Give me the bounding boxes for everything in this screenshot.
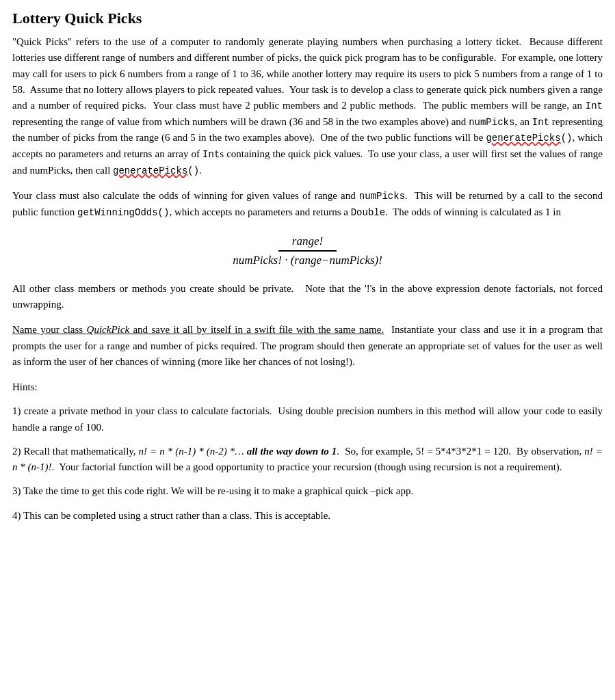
after-formula-paragraph: All other class members or methods you c…: [12, 281, 603, 313]
hint2: 2) Recall that mathematically, n! = n * …: [12, 444, 603, 476]
page-title: Lottery Quick Picks: [12, 10, 603, 27]
formula-numerator: range!: [278, 234, 337, 252]
intro-paragraph: "Quick Picks" refers to the use of a com…: [12, 34, 603, 178]
name-class-paragraph: Name your class QuickPick and save it al…: [12, 322, 603, 370]
hint3: 3) Take the time to get this code right.…: [12, 483, 603, 499]
hints-section: Hints: 1) create a private method in you…: [12, 379, 603, 524]
formula-denominator: numPicks! · (range−numPicks)!: [233, 252, 382, 267]
hint1: 1) create a private method in your class…: [12, 403, 603, 435]
odds-paragraph: Your class must also calculate the odds …: [12, 188, 603, 220]
hint4: 4) This can be completed using a struct …: [12, 508, 603, 524]
formula: range! numPicks! · (range−numPicks)!: [12, 234, 603, 267]
hints-label: Hints:: [12, 379, 603, 395]
